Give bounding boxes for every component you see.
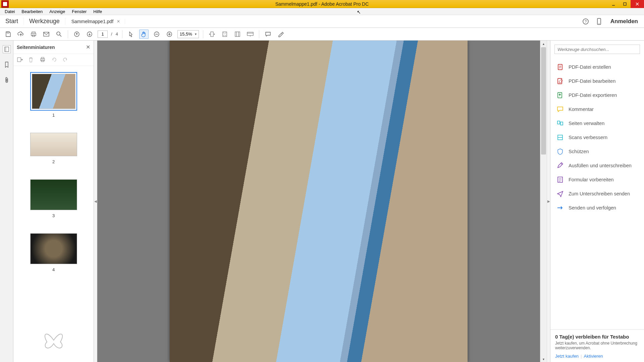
save-icon[interactable]: [3, 29, 13, 39]
right-splitter[interactable]: ▶: [547, 41, 550, 362]
svg-rect-25: [247, 32, 253, 36]
scrollbar-thumb[interactable]: [541, 47, 546, 155]
highlight-icon[interactable]: [276, 29, 285, 39]
left-splitter[interactable]: ◀: [94, 41, 97, 362]
mobile-link-icon[interactable]: [594, 16, 604, 27]
thumbnail-page-2[interactable]: 2: [17, 131, 90, 164]
menubar: Datei Bearbeiten Anzeige Fenster Hilfe: [0, 8, 644, 15]
email-icon[interactable]: [42, 29, 51, 39]
thumbnail-page-3[interactable]: 3: [17, 178, 90, 218]
thumbnail-undo-icon[interactable]: [51, 57, 58, 63]
zoom-in-icon[interactable]: [165, 29, 174, 39]
vertical-scrollbar[interactable]: ▴ ▾: [540, 41, 547, 362]
svg-rect-24: [235, 32, 240, 37]
document-page[interactable]: [170, 41, 468, 362]
thumbnail-delete-icon[interactable]: [28, 57, 35, 63]
menu-datei[interactable]: Datei: [1, 8, 18, 15]
menu-anzeige[interactable]: Anzeige: [46, 8, 68, 15]
thumbnails-close-icon[interactable]: ✕: [86, 44, 90, 50]
tool-item-1[interactable]: PDF-Datei bearbeiten: [550, 74, 644, 88]
select-tool-icon[interactable]: [126, 29, 136, 39]
minimize-button[interactable]: [608, 0, 619, 8]
document-canvas[interactable]: [97, 41, 540, 362]
tab-start[interactable]: Start: [0, 18, 24, 25]
tool-item-8[interactable]: Formular vorbereiten: [550, 173, 644, 187]
thumbnails-list[interactable]: 1 2 3 4: [13, 66, 94, 362]
print-icon[interactable]: [29, 29, 38, 39]
tools-list: PDF-Datei erstellenPDF-Datei bearbeitenP…: [550, 58, 644, 329]
signin-button[interactable]: Anmelden: [607, 18, 641, 25]
fit-width-icon[interactable]: [207, 29, 217, 39]
tool-item-3[interactable]: Kommentar: [550, 102, 644, 116]
thumbnail-print-icon[interactable]: [40, 57, 46, 63]
menu-fenster[interactable]: Fenster: [68, 8, 90, 15]
chevron-right-icon: ▶: [547, 199, 550, 203]
search-icon[interactable]: [54, 29, 64, 39]
thumbnail-label: 4: [52, 267, 55, 272]
menu-hilfe[interactable]: Hilfe: [90, 8, 105, 15]
tool-item-0[interactable]: PDF-Datei erstellen: [550, 60, 644, 74]
thumbnail-redo-icon[interactable]: [62, 57, 69, 63]
zoom-out-icon[interactable]: [152, 29, 161, 39]
svg-rect-23: [223, 32, 227, 37]
workspace: Seitenminiaturen ✕ 1 2 3: [0, 41, 644, 362]
svg-rect-12: [44, 32, 49, 36]
tools-search[interactable]: [554, 45, 640, 54]
thumbnail-label: 2: [52, 159, 55, 164]
bookmarks-rail-icon[interactable]: [3, 61, 11, 69]
activate-link[interactable]: Aktivieren: [584, 354, 603, 359]
tool-item-6[interactable]: Schützen: [550, 144, 644, 159]
window-controls: [608, 0, 644, 8]
tool-item-label: Schützen: [569, 149, 589, 154]
scroll-down-icon[interactable]: ▾: [540, 356, 547, 362]
zoom-value: 15,5%: [180, 32, 192, 37]
svg-point-7: [599, 23, 599, 24]
fit-window-icon[interactable]: [233, 29, 242, 39]
prev-page-icon[interactable]: [72, 29, 82, 39]
svg-rect-30: [41, 57, 44, 59]
tab-document[interactable]: Sammelmappe1.pdf ✕: [65, 19, 125, 24]
cloud-upload-icon[interactable]: [16, 29, 25, 39]
tool-item-10[interactable]: Senden und verfolgen: [550, 201, 644, 215]
thumbnail-page-1[interactable]: 1: [17, 72, 90, 118]
tool-item-7[interactable]: Ausfüllen und unterschreiben: [550, 159, 644, 173]
menu-bearbeiten[interactable]: Bearbeiten: [18, 8, 46, 15]
thumbnail-options-icon[interactable]: [17, 57, 23, 63]
titlebar: Sammelmappe1.pdf - Adobe Acrobat Pro DC: [0, 0, 644, 8]
pages-icon: [556, 120, 564, 127]
next-page-icon[interactable]: [85, 29, 94, 39]
page-total: 4: [116, 32, 118, 37]
page-number-input[interactable]: [98, 31, 108, 38]
close-button[interactable]: [631, 0, 644, 8]
thumbnails-toolbar: [13, 54, 94, 66]
read-mode-icon[interactable]: [246, 29, 255, 39]
form-icon: [556, 176, 564, 183]
zoom-select[interactable]: 15,5% ▾: [177, 30, 199, 38]
maximize-button[interactable]: [619, 0, 631, 8]
tool-item-9[interactable]: Zum Unterschreiben senden: [550, 187, 644, 201]
attachments-rail-icon[interactable]: [3, 76, 11, 84]
tool-item-2[interactable]: PDF-Datei exportieren: [550, 88, 644, 102]
trial-title: 0 Tag(e) verbleiben für Testabo: [555, 334, 639, 340]
tool-item-4[interactable]: Seiten verwalten: [550, 116, 644, 130]
buy-now-link[interactable]: Jetzt kaufen: [555, 354, 579, 359]
svg-rect-28: [5, 47, 6, 52]
export-icon: [556, 92, 564, 99]
thumbnails-rail-icon[interactable]: [3, 45, 11, 53]
scroll-up-icon[interactable]: ▴: [540, 41, 547, 47]
help-icon[interactable]: ?: [580, 16, 591, 27]
comment-icon[interactable]: [263, 29, 273, 39]
hand-tool-icon[interactable]: [139, 29, 149, 39]
thumbnail-page-4[interactable]: 4: [17, 232, 90, 272]
fit-page-icon[interactable]: [220, 29, 229, 39]
tool-item-label: Zum Unterschreiben senden: [569, 191, 630, 196]
watermark-icon: [40, 328, 67, 352]
tab-document-close-icon[interactable]: ✕: [117, 19, 120, 24]
tools-search-input[interactable]: [557, 47, 637, 52]
document-area: ▴ ▾: [97, 41, 547, 362]
tool-item-5[interactable]: Scans verbessern: [550, 130, 644, 144]
window-title: Sammelmappe1.pdf - Adobe Acrobat Pro DC: [275, 1, 369, 7]
shield-icon: [556, 148, 564, 155]
tab-werkzeuge[interactable]: Werkzeuge: [24, 18, 65, 25]
chevron-left-icon: ◀: [94, 199, 97, 203]
